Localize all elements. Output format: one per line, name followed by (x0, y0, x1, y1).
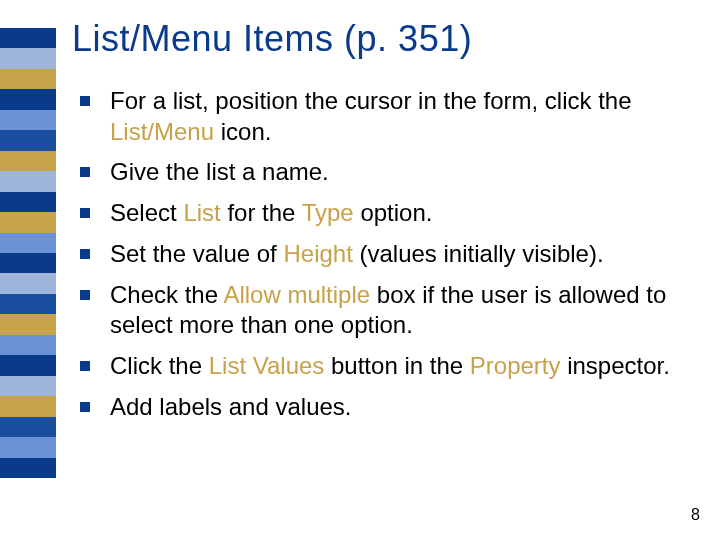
list-item: Select List for the Type option. (80, 198, 690, 229)
list-item: Add labels and values. (80, 392, 690, 423)
list-item-text: For a list, position the cursor in the f… (110, 86, 690, 147)
square-bullet-icon (80, 290, 90, 300)
list-item: For a list, position the cursor in the f… (80, 86, 690, 147)
list-item: Check the Allow multiple box if the user… (80, 280, 690, 341)
square-bullet-icon (80, 208, 90, 218)
bullet-list: For a list, position the cursor in the f… (80, 86, 690, 432)
square-bullet-icon (80, 249, 90, 259)
page-number: 8 (691, 506, 700, 524)
square-bullet-icon (80, 402, 90, 412)
list-item-text: Select List for the Type option. (110, 198, 432, 229)
list-item: Click the List Values button in the Prop… (80, 351, 690, 382)
list-item-text: Check the Allow multiple box if the user… (110, 280, 690, 341)
list-item: Give the list a name. (80, 157, 690, 188)
square-bullet-icon (80, 361, 90, 371)
list-item-text: Set the value of Height (values initiall… (110, 239, 604, 270)
slide-title: List/Menu Items (p. 351) (72, 18, 472, 60)
decorative-sidebar (0, 28, 56, 478)
list-item-text: Give the list a name. (110, 157, 329, 188)
square-bullet-icon (80, 167, 90, 177)
list-item-text: Click the List Values button in the Prop… (110, 351, 670, 382)
list-item: Set the value of Height (values initiall… (80, 239, 690, 270)
square-bullet-icon (80, 96, 90, 106)
list-item-text: Add labels and values. (110, 392, 352, 423)
